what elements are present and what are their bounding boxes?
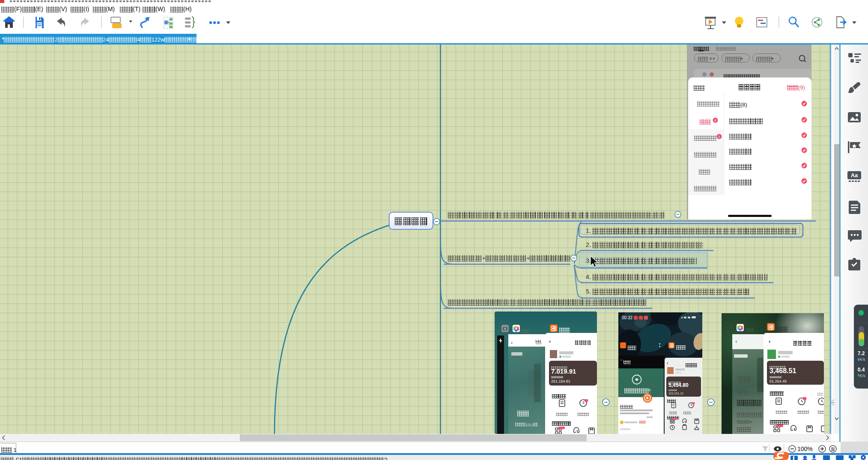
svg-text:K/s: K/s	[859, 374, 865, 378]
svg-text:00:32: 00:32	[622, 315, 632, 320]
svg-text:Aa: Aa	[851, 172, 858, 178]
svg-text:7.2: 7.2	[858, 350, 865, 356]
svg-text:1: 1	[718, 135, 720, 139]
svg-text:6: 6	[714, 119, 716, 122]
svg-text:0.4: 0.4	[858, 367, 865, 373]
svg-text:K/s: K/s	[859, 357, 865, 362]
